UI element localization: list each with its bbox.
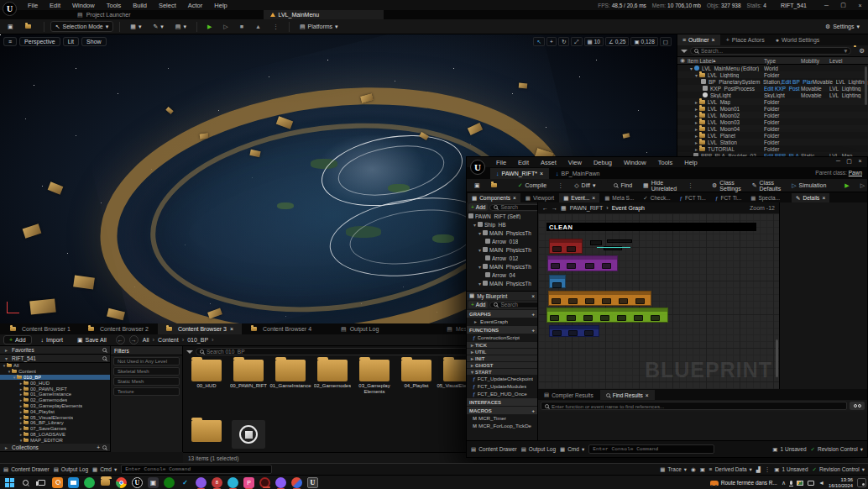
class-defaults-button[interactable]: ✎Class Defaults (748, 180, 786, 191)
table-row[interactable]: ▾LVL_MainMenu (Editor)World (677, 65, 868, 71)
tree-item-content[interactable]: ▾Content (0, 369, 110, 375)
my-blueprint-search-input[interactable] (500, 302, 538, 308)
save-all-button[interactable]: ▣Save All (72, 335, 112, 344)
orange-search-app-icon[interactable] (52, 477, 63, 488)
selection-mode-dropdown[interactable]: ↖ Selection Mode ▾ (50, 21, 114, 32)
folder-tile[interactable]: 01_GameInstance (272, 360, 309, 395)
back-button[interactable]: ← (116, 335, 125, 344)
search-icon[interactable] (102, 356, 107, 360)
tree-item[interactable]: ▸02_Gamemodes (0, 397, 110, 403)
comment-box-orange[interactable] (548, 291, 651, 306)
filter-texture[interactable]: Texture (113, 387, 180, 396)
trace-save-icon[interactable]: ▣ (700, 466, 705, 473)
expander-icon[interactable]: ▸ (693, 106, 699, 112)
construction-script-item[interactable]: ƒConstructionScript (467, 334, 537, 341)
menu-edit[interactable]: Edit (44, 2, 66, 9)
tab-content-browser-2[interactable]: Content Browser 2 (80, 323, 157, 334)
github-icon[interactable] (196, 477, 207, 488)
folder-tile[interactable]: 00_PAWN_RIFT (230, 360, 267, 395)
play-button[interactable]: ▶ (840, 180, 853, 191)
derived-data-dropdown[interactable]: ≡Derived Data▾ (709, 466, 752, 473)
project-section[interactable]: ▾RIFT_541 (0, 355, 110, 363)
move-tool-button[interactable]: + (546, 37, 557, 46)
table-row[interactable]: ▸LVL_Moon02Folder (677, 112, 868, 118)
console-command-input[interactable] (125, 466, 268, 472)
close-icon[interactable]: × (531, 293, 535, 299)
diff-dropdown[interactable]: ◇Diff▾ (570, 180, 599, 191)
component-item[interactable]: PAWN_RIFT (Self) (467, 212, 537, 220)
bp-menu-window[interactable]: Window (618, 159, 652, 166)
tree-item[interactable]: ▸05_VisualElements (0, 414, 110, 420)
tab-world-settings[interactable]: ● World Settings (771, 34, 825, 45)
task-view-button[interactable] (36, 477, 47, 488)
nav-back-icon[interactable]: ← (542, 205, 548, 211)
expander-icon[interactable]: ▸ (693, 139, 699, 145)
close-icon[interactable]: × (855, 158, 865, 165)
hide-unrelated-button[interactable]: ▦Hide Unrelated (639, 180, 681, 191)
add-collection-icon[interactable]: + (97, 444, 100, 450)
tab-meta-s[interactable]: ▦Meta S... (600, 193, 638, 202)
bp-menu-help[interactable]: Help (678, 159, 703, 166)
components-search[interactable] (489, 204, 538, 211)
unsaved-indicator[interactable]: ▣1 Unsaved (772, 446, 806, 453)
add-graph-icon[interactable]: + (531, 312, 535, 317)
bp-menu-view[interactable]: View (562, 159, 588, 166)
start-button[interactable] (4, 477, 15, 488)
expander-icon[interactable]: ▾ (688, 66, 694, 71)
edit-asset-link[interactable]: Edit BP_Planet (782, 79, 813, 85)
scale-tool-button[interactable]: ⤢ (571, 37, 582, 46)
minimize-icon[interactable]: ─ (833, 158, 844, 165)
close-icon[interactable]: × (855, 3, 865, 8)
import-button[interactable]: ↓Import (36, 335, 68, 344)
component-item[interactable]: Arrow_012 (467, 254, 537, 262)
eye-icon[interactable]: ◉ (677, 57, 688, 64)
cmd-dropdown[interactable]: ▦Cmd▾ (560, 446, 584, 453)
tab-components[interactable]: ▦Components× (468, 193, 520, 202)
expander-icon[interactable]: ▸ (693, 119, 699, 125)
tree-item-all[interactable]: ▾All (0, 363, 110, 369)
function-item[interactable]: ƒFCT_UpdateCheckpoint (467, 375, 537, 382)
my-blueprint-header[interactable]: ▦My Blueprint× (467, 291, 537, 300)
function-item[interactable]: ƒFCT_UpdateModules (467, 382, 537, 390)
tab-lvl-mainmenu[interactable]: LVL_MainMenu (264, 10, 384, 19)
add-button[interactable]: +Add (3, 335, 32, 344)
outliner-scrollbar[interactable] (865, 66, 867, 105)
browse-content-button[interactable] (21, 21, 38, 32)
favorites-section[interactable]: ▸Favorites (0, 346, 110, 355)
grid-snap-button[interactable]: ▦10 (584, 37, 604, 46)
stop-button[interactable]: ■ (236, 21, 248, 32)
tab-project-launcher[interactable]: ▤ Project Launcher (71, 10, 138, 19)
mail-app-icon[interactable] (68, 477, 79, 488)
green-app-icon[interactable] (84, 477, 95, 488)
macro-item[interactable]: MMCR_ForLoop_TickDe (467, 422, 537, 429)
view-mode-dropdown[interactable]: Lit (63, 37, 79, 46)
expander-icon[interactable]: ▸ (693, 146, 699, 152)
options-icon[interactable]: ⋮ (683, 180, 698, 191)
outliner-search-input[interactable] (701, 48, 842, 54)
add-component-button[interactable]: +Add (468, 203, 488, 211)
class-settings-button[interactable]: ⚙Class Settings (708, 180, 745, 191)
close-icon[interactable]: × (646, 392, 649, 398)
asset-tile-selected[interactable] (230, 420, 267, 449)
unreal-editor-running-icon[interactable]: U (307, 477, 318, 488)
forward-button[interactable]: → (129, 335, 139, 344)
component-item[interactable]: ▾MAIN_PhysicsTh (467, 279, 537, 287)
breadcrumb-class[interactable]: PAWN_RIFT (570, 205, 604, 211)
epic-games-icon[interactable]: ▣ (148, 477, 159, 488)
compile-options-icon[interactable]: ⋮ (553, 180, 567, 191)
category-start[interactable]: ▾START (467, 368, 537, 375)
save-button[interactable]: ▣ (3, 21, 18, 32)
tab-pawn-rift[interactable]: ↓PAWN_RIFT*× (490, 168, 549, 179)
breadcrumb-content[interactable]: Content (158, 337, 179, 343)
section-macros[interactable]: MACROS+ (467, 406, 537, 414)
play-options-icon[interactable]: ⋮ (269, 21, 283, 32)
table-row[interactable]: ▾LVL_LightingFolder (677, 71, 868, 78)
event-graph-panel[interactable]: ← → ▦ PAWN_RIFT › Event Graph Zoom -12 C… (538, 202, 780, 389)
table-row[interactable]: ▸LVL_Moon03Folder (677, 118, 868, 125)
revision-control-dropdown[interactable]: ✓Revision Control▾ (811, 446, 863, 453)
category-tick[interactable]: ▸TICK (467, 341, 537, 348)
table-row[interactable]: ▸TUTORIALFolder (677, 145, 868, 152)
maximize-icon[interactable]: ▢ (844, 158, 855, 165)
play-button[interactable]: ▶ (203, 21, 216, 32)
taskbar-search-button[interactable] (20, 477, 31, 488)
